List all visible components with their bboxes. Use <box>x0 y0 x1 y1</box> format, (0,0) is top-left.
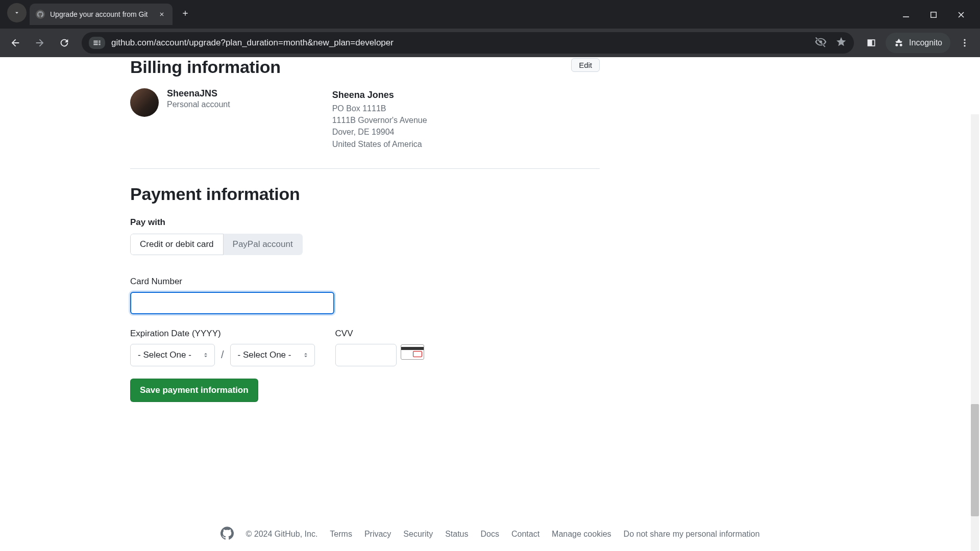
nav-back-button[interactable] <box>5 33 26 53</box>
eye-off-icon[interactable] <box>815 36 826 49</box>
expiration-label: Expiration Date (YYYY) <box>130 329 315 339</box>
payment-method-segment: Credit or debit card PayPal account <box>130 234 303 255</box>
address-line: 1111B Governor's Avenue <box>332 114 427 126</box>
footer-link[interactable]: Security <box>403 530 433 539</box>
pay-method-card-button[interactable]: Credit or debit card <box>130 234 224 255</box>
browser-tab-strip: Upgrade your account from Git <box>0 0 980 29</box>
exp-year-select[interactable]: - Select One - <box>230 344 315 366</box>
save-payment-button[interactable]: Save payment information <box>130 379 258 402</box>
github-logo-icon <box>220 527 234 542</box>
address-line: PO Box 1111B <box>332 103 427 114</box>
nav-forward-button[interactable] <box>30 33 50 53</box>
exp-year-value: - Select One - <box>238 350 291 360</box>
billing-full-name: Sheena Jones <box>332 88 427 102</box>
exp-month-value: - Select One - <box>138 350 191 360</box>
footer-link[interactable]: Terms <box>330 530 352 539</box>
tab-close-button[interactable] <box>157 10 166 19</box>
tab-search-button[interactable] <box>7 3 27 22</box>
date-separator: / <box>221 349 224 361</box>
chevron-updown-icon <box>302 352 309 359</box>
window-minimize-button[interactable] <box>899 8 913 21</box>
cvv-input[interactable] <box>335 344 397 366</box>
footer-link[interactable]: Contact <box>511 530 540 539</box>
card-number-input[interactable] <box>130 292 334 314</box>
section-divider <box>130 168 600 169</box>
tab-title: Upgrade your account from Git <box>50 10 152 18</box>
avatar <box>130 88 159 117</box>
window-controls <box>899 8 980 29</box>
billing-profile: SheenaJNS Personal account <box>130 88 230 150</box>
svg-rect-0 <box>931 12 937 18</box>
window-maximize-button[interactable] <box>927 8 940 21</box>
nav-reload-button[interactable] <box>54 33 75 53</box>
browser-tab-active[interactable]: Upgrade your account from Git <box>30 4 173 25</box>
footer-copyright: © 2024 GitHub, Inc. <box>246 530 318 539</box>
window-close-button[interactable] <box>954 8 968 21</box>
footer-link[interactable]: Do not share my personal information <box>624 530 760 539</box>
account-type: Personal account <box>167 100 230 109</box>
address-line: United States of America <box>332 138 427 150</box>
new-tab-button[interactable] <box>177 5 194 22</box>
edit-billing-button[interactable]: Edit <box>571 58 600 72</box>
billing-heading: Billing information <box>130 57 281 77</box>
pay-method-paypal-button[interactable]: PayPal account <box>224 234 303 255</box>
cvv-card-icon <box>401 344 424 360</box>
incognito-indicator[interactable]: Incognito <box>886 33 950 53</box>
page-footer: © 2024 GitHub, Inc. Terms Privacy Securi… <box>0 527 980 542</box>
github-favicon-icon <box>36 10 45 19</box>
chrome-menu-button[interactable] <box>954 33 975 53</box>
billing-address: Sheena Jones PO Box 1111B 1111B Governor… <box>332 88 427 150</box>
page-viewport: Billing information Edit SheenaJNS Perso… <box>0 57 980 551</box>
scrollbar-thumb[interactable] <box>971 404 979 516</box>
side-panel-icon[interactable] <box>861 33 881 53</box>
footer-link[interactable]: Docs <box>481 530 499 539</box>
bookmark-star-icon[interactable] <box>836 36 847 49</box>
payment-heading: Payment information <box>130 184 600 204</box>
site-info-icon[interactable] <box>89 37 105 49</box>
url-text: github.com/account/upgrade?plan_duration… <box>111 38 394 48</box>
browser-toolbar: github.com/account/upgrade?plan_duration… <box>0 29 980 57</box>
pay-with-label: Pay with <box>130 217 600 228</box>
cvv-label: CVV <box>335 329 424 339</box>
username: SheenaJNS <box>167 88 230 99</box>
footer-link[interactable]: Status <box>445 530 468 539</box>
address-bar[interactable]: github.com/account/upgrade?plan_duration… <box>82 32 854 54</box>
exp-month-select[interactable]: - Select One - <box>130 344 215 366</box>
incognito-label: Incognito <box>909 38 942 47</box>
footer-link[interactable]: Privacy <box>364 530 391 539</box>
address-line: Dover, DE 19904 <box>332 126 427 138</box>
card-number-label: Card Number <box>130 277 600 287</box>
chevron-updown-icon <box>202 352 209 359</box>
footer-link[interactable]: Manage cookies <box>552 530 611 539</box>
